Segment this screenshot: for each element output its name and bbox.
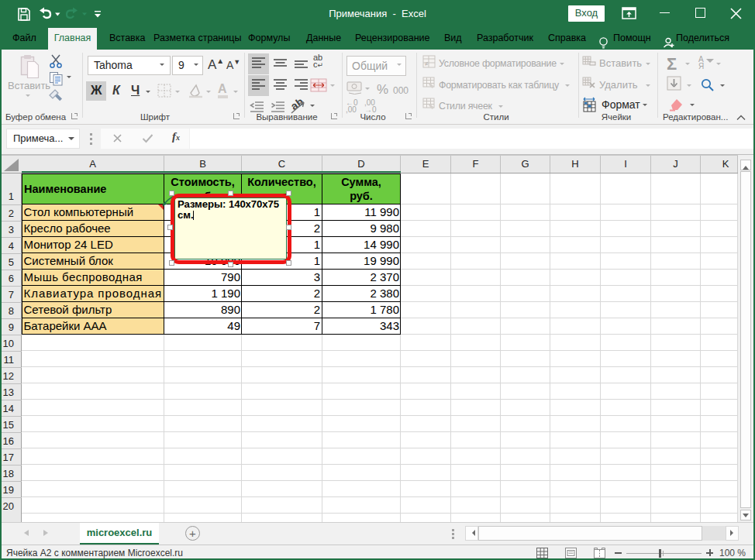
svg-text:≠: ≠ xyxy=(425,60,429,67)
